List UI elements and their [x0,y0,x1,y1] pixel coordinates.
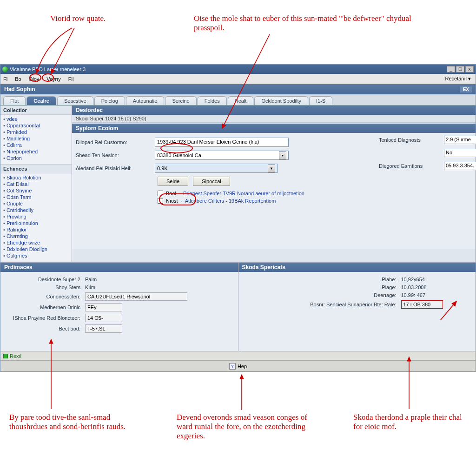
tab-ockldont[interactable]: Ockldont Spodilty [254,96,308,105]
sidebar-item[interactable]: Madileting [3,135,72,142]
menu-item[interactable]: Fl [3,76,7,82]
dropdown-heli[interactable]: 0.9K ▼ [155,164,278,173]
app-header-title: Had Sophın [4,86,35,93]
sipoccal-button[interactable]: Sipoccal [193,177,230,186]
bottom-left-header: Prdimaces [0,263,238,272]
kv-value-input[interactable]: CA.U2UH.Lsed1 Riewsonol [85,292,187,301]
kv-value-input[interactable]: T-57.SL [85,324,122,333]
sub-header: Skool Super 1024 18 (0) S290) [72,115,476,123]
menu-item[interactable]: Bo [15,76,21,82]
section-header-syplorn: Syplorn Ecolom [72,124,476,133]
kv-value-input[interactable]: FEy [85,303,122,311]
close-button[interactable]: X [465,66,474,73]
label-neslon: Shead Ten Neslon: [76,152,155,158]
tab-flut[interactable]: Flut [3,96,26,105]
sidebar-item[interactable]: Odsn Tarm [3,194,72,200]
kv-label: Plage: [308,284,401,290]
sidebar-item[interactable]: Skooa Rolotion [3,174,72,181]
kv-value: 10.03.2008 [401,284,427,290]
sidebar-item[interactable]: Ciwrnting [3,233,72,239]
kv-value-highlighted[interactable]: 17 LOB 380 [401,300,443,309]
annotation-bottom-left: By pare tood tive-the sanl-smad thoushrd… [9,413,135,431]
sidebar-item[interactable]: Preriioınnuion [3,220,72,226]
sidebar-item[interactable]: Prowting [3,213,72,220]
bottom-right-panel: Skoda Spericats Plahe:10,92y654 Plage:10… [238,263,476,351]
checkbox-bael[interactable] [158,191,163,196]
sidebar-item[interactable]: Cdlırra [3,142,72,148]
tab-i1s[interactable]: I1-S [309,96,332,105]
dropdown-value: 0.9K [157,165,168,171]
tab-healt[interactable]: Healt [228,96,254,105]
menu-item[interactable]: Veyrıy [46,76,61,82]
kv-value-input[interactable]: 14 O5- [85,314,122,322]
tab-foldes[interactable]: Foldes [198,96,227,105]
status-icon [3,354,8,358]
statusbar: Rexıl [0,351,476,360]
link-atlonbere[interactable]: Atlonbere Cıllters - 19BAk Reportentiom [185,198,276,204]
kv-label: Deerıage: [308,292,401,298]
kv-label: Bosnr: Sencieal Sunaperior Bte: Rale: [308,302,401,307]
app-header-ex[interactable]: EX [460,86,472,93]
menu-right[interactable]: Recetanıl ▾ [445,76,471,82]
tab-sercino[interactable]: Sercino [165,96,196,105]
checkbox-label: Nıost [166,198,178,204]
kv-value: 10.99:-467 [401,292,426,298]
sidebar-item[interactable]: Pırnkded [3,129,72,135]
menu-item[interactable]: Ojoy [29,76,40,82]
tab-seacstive[interactable]: Seacstive [57,96,93,105]
sidebar-item[interactable]: Ralinglor [3,226,72,233]
sidebar-item[interactable]: Cot Snyıne [3,187,72,194]
kv-value: Kıim [85,284,95,290]
maximize-button[interactable]: ☐ [456,66,464,73]
app-header: Had Sophın EX [0,84,476,94]
menubar: Fl Bo Ojoy Veyrıy Fll Recetanıl ▾ [0,74,476,84]
tab-row: Flut Cealre Seacstive Poiclog Autounatie… [0,94,476,106]
help-label[interactable]: Hep [238,364,247,369]
sidebar-item[interactable]: Nırepoprehed [3,148,72,155]
sidebar-item[interactable]: Oprion [3,155,72,161]
sidebar-item[interactable]: vdee [3,116,72,122]
globe-icon [2,66,8,72]
kv-label: Shoy Sters [6,284,85,290]
tab-poiclog[interactable]: Poiclog [94,96,125,105]
kv-value: Paim [85,277,97,282]
menu-item[interactable]: Fll [68,76,74,82]
input-custormo[interactable]: 1939-04 923 Danl Mersur Eloien Genno (lr… [155,138,289,147]
label-heli: Aledand Pel Plsiaid Heli: [76,165,155,171]
annotation-top-right: Oise the mole shat to euber of this sun-… [194,14,417,33]
sidebar-links-eehinces: Skooa Rolotion Cat Dıisal Cot Snyıne Ods… [0,173,72,262]
seide-button[interactable]: Seide [158,177,188,186]
checkbox-label: Bael [166,191,176,196]
tab-autounatie[interactable]: Autounatie [126,96,165,105]
footer-bar: ? Hep [0,360,476,371]
kv-label: Desidnote Super 2 [6,277,85,282]
sidebar-item[interactable]: Cnople [3,200,72,207]
dropdown-arrow-icon[interactable]: ▼ [268,164,275,172]
checkbox-nost[interactable] [158,198,163,204]
main-column: Deslordec Skool Super 1024 18 (0) S290) … [72,106,476,262]
bottom-right-header: Skoda Spericats [238,263,476,272]
titlebar: Vicalınne PFO Laıpeı rneneleer 3 _ ☐ X [0,65,476,74]
sidebar-item[interactable]: Oulgrnes [3,252,72,259]
sidebar-item[interactable]: Cppartrsoontal [3,122,72,129]
dropdown-arrow-icon[interactable]: ▾ [279,151,286,159]
sidebar-item[interactable]: Cntridhedlly [3,207,72,213]
sidebar-section-eehinces: Eehıınces [0,164,72,173]
sidebar-item[interactable]: Ehendge svize [3,239,72,246]
bottom-panels: Prdimaces Desidnote Super 2Paim Shoy Ste… [0,262,476,351]
bottom-left-panel: Prdimaces Desidnote Super 2Paim Shoy Ste… [0,263,238,351]
sidebar-item[interactable]: Cat Dıisal [3,181,72,187]
link-priopest[interactable]: Priopest Spenfer TV9R Norand aeurer of m… [183,191,304,196]
input-no[interactable]: No [444,149,476,157]
dropdown-neslon[interactable]: 83380 Guenolol Ca ▾ [155,151,289,160]
right-fields: Tenlocd Dlagnosts 2.9 (Slırme ⋮ ✓ No Die… [379,136,476,175]
tab-cealre[interactable]: Cealre [26,96,56,105]
sidebar-links-collector: vdee Cppartrsoontal Pırnkded Madileting … [0,115,72,164]
input-earntions[interactable]: 05.93.3.354. [444,162,476,170]
sidebar: Collectior vdee Cppartrsoontal Pırnkded … [0,106,72,262]
input-dlagnosts[interactable]: 2.9 (Slırme [444,136,476,144]
sidebar-item[interactable]: Ddxloıien Dloclign [3,246,72,252]
label-custormo: Diiopad Rel Custormo: [76,139,155,145]
minimize-button[interactable]: _ [447,66,455,73]
help-icon[interactable]: ? [229,363,236,370]
